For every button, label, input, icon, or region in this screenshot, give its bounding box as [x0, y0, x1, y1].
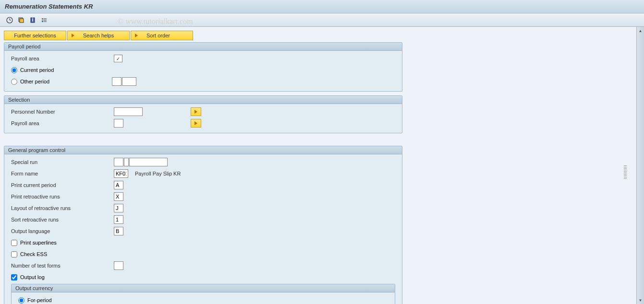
check-ess-label: Check ESS	[20, 251, 47, 257]
title-bar: Remuneration Statements KR	[0, 0, 644, 13]
general-program-control-group: General program control Special run Form…	[4, 146, 402, 304]
payroll-area-multi-button[interactable]	[191, 119, 201, 128]
selection-header: Selection	[4, 96, 402, 104]
further-selections-button[interactable]: Further selections	[4, 31, 66, 40]
print-retroactive-runs-input[interactable]	[114, 192, 123, 201]
personnel-number-multi-button[interactable]	[191, 107, 201, 116]
vertical-scrollbar[interactable]: ▲ ▼	[636, 27, 644, 304]
page-title: Remuneration Statements KR	[5, 3, 93, 10]
svg-text:i: i	[32, 17, 33, 23]
print-current-period-label: Print current period	[8, 182, 114, 188]
scroll-down-icon[interactable]: ▼	[638, 297, 644, 303]
personnel-number-label: Personnel Number	[8, 109, 114, 115]
variant-icon[interactable]	[16, 15, 26, 25]
svg-rect-4	[20, 19, 24, 23]
output-log-label: Output log	[20, 274, 45, 280]
selection-button-row: Further selections Search helps Sort ord…	[4, 31, 632, 40]
output-log-checkbox[interactable]	[11, 274, 17, 281]
print-retroactive-runs-label: Print retroactive runs	[8, 194, 114, 199]
number-test-forms-input[interactable]	[114, 261, 123, 270]
print-superlines-label: Print superlines	[20, 240, 57, 246]
layout-retroactive-label: Layout of retroactive runs	[8, 205, 114, 211]
general-header: General program control	[4, 146, 402, 154]
print-superlines-checkbox[interactable]	[11, 240, 17, 246]
number-test-forms-label: Number of test forms	[8, 263, 114, 269]
form-name-desc: Payroll Pay Slip KR	[135, 171, 181, 176]
svg-rect-7	[42, 18, 43, 19]
current-period-label: Current period	[20, 67, 54, 73]
special-run-input-1[interactable]	[114, 158, 123, 166]
print-current-period-input[interactable]	[114, 181, 123, 189]
output-language-input[interactable]	[114, 227, 123, 235]
other-period-input-1[interactable]	[112, 77, 122, 86]
form-name-input[interactable]	[114, 169, 128, 178]
other-period-label: Other period	[20, 79, 49, 84]
layout-retroactive-input[interactable]	[114, 204, 123, 212]
payroll-area-label: Payroll area	[8, 56, 114, 61]
sort-retroactive-label: Sort retroactive runs	[8, 217, 114, 222]
selection-group: Selection Personnel Number Payroll area	[4, 95, 402, 133]
resize-grip-icon[interactable]	[624, 165, 627, 180]
other-period-input-2[interactable]	[122, 77, 136, 86]
for-period-label: For-period	[27, 297, 52, 303]
search-helps-button[interactable]: Search helps	[67, 31, 130, 40]
current-period-radio[interactable]	[11, 67, 17, 73]
sort-order-button[interactable]: Sort order	[131, 31, 193, 40]
for-period-radio[interactable]	[18, 297, 24, 304]
selection-payroll-area-input[interactable]	[114, 119, 123, 128]
main-content: Further selections Search helps Sort ord…	[0, 27, 636, 304]
output-currency-group: Output currency For-period	[11, 284, 395, 304]
personnel-number-input[interactable]	[114, 107, 143, 116]
payroll-period-group: Payroll period Payroll area ✓ Current pe…	[4, 42, 402, 92]
sort-retroactive-input[interactable]	[114, 215, 123, 224]
special-run-input-3[interactable]	[129, 158, 168, 166]
check-ess-checkbox[interactable]	[11, 251, 17, 257]
scroll-up-icon[interactable]: ▲	[638, 28, 644, 34]
selection-payroll-area-label: Payroll area	[8, 120, 114, 126]
svg-rect-9	[42, 21, 43, 22]
output-language-label: Output language	[8, 228, 114, 234]
form-name-label: Form name	[8, 171, 114, 176]
list-icon[interactable]	[39, 15, 49, 25]
info-icon[interactable]: i	[28, 15, 37, 25]
special-run-label: Special run	[8, 159, 114, 165]
svg-rect-8	[42, 20, 43, 21]
payroll-period-header: Payroll period	[4, 43, 402, 51]
execute-icon[interactable]	[5, 15, 14, 25]
special-run-input-2[interactable]	[124, 158, 129, 166]
payroll-area-check-icon[interactable]: ✓	[114, 55, 122, 62]
app-toolbar: i	[0, 13, 644, 27]
other-period-radio[interactable]	[11, 79, 17, 85]
output-currency-header: Output currency	[12, 284, 395, 292]
